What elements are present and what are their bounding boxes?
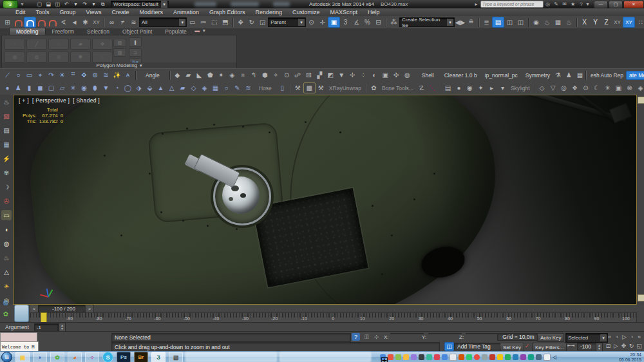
unlink-icon[interactable]: ≠ bbox=[117, 17, 128, 27]
render-teapot-icon[interactable]: ♨ bbox=[1, 97, 12, 107]
checker-icon[interactable]: ▦ bbox=[574, 71, 585, 81]
snap-xy-icon[interactable]: XY bbox=[91, 17, 102, 27]
tray-icon[interactable] bbox=[489, 354, 495, 360]
snap-vertex-icon[interactable] bbox=[47, 17, 58, 27]
menu-customize[interactable]: Customize bbox=[287, 9, 325, 15]
angle-snap-toggle-icon[interactable]: ∡ bbox=[351, 17, 362, 27]
material-cone-icon[interactable]: △ bbox=[1, 267, 12, 277]
window-crossing-icon[interactable]: ⬒ bbox=[220, 17, 231, 27]
z-coordinate-field[interactable] bbox=[466, 333, 499, 334]
photoshop-taskbar-icon[interactable]: Ps bbox=[117, 352, 131, 362]
tray-icon[interactable]: ⊞ bbox=[380, 354, 386, 360]
magic-wand-icon[interactable]: ✨ bbox=[111, 71, 122, 81]
tray-icon[interactable] bbox=[442, 354, 448, 360]
search-input[interactable] bbox=[480, 1, 544, 8]
plane-primitive-icon[interactable]: ▱ bbox=[57, 83, 68, 93]
tab-freeform[interactable]: Freeform bbox=[46, 28, 80, 35]
omni-light-icon[interactable]: ● bbox=[453, 83, 464, 93]
maximize-viewport-icon[interactable]: ◱ bbox=[635, 342, 643, 350]
minimize-button[interactable]: — bbox=[594, 1, 608, 8]
mirror-icon[interactable]: ◀▶ bbox=[455, 17, 466, 27]
menu-views[interactable]: Views bbox=[81, 9, 107, 15]
tray-icon[interactable] bbox=[505, 354, 511, 360]
sphere-primitive-icon[interactable]: ● bbox=[2, 83, 13, 93]
hose-button[interactable]: Hose bbox=[256, 84, 274, 92]
snap-edge-icon[interactable] bbox=[36, 17, 47, 27]
redo-caret-icon[interactable]: ▾ bbox=[90, 1, 98, 8]
add-time-tag-field[interactable]: Add Time Tag bbox=[454, 343, 502, 350]
render-setup-icon[interactable]: ♨ bbox=[542, 17, 553, 27]
lattice-icon[interactable]: ⠛ bbox=[68, 71, 79, 81]
y-coordinate-field[interactable] bbox=[428, 333, 462, 334]
menu-edit[interactable]: Edit bbox=[10, 9, 31, 15]
set-keys-check-icon[interactable]: ✓ bbox=[523, 342, 531, 350]
search-icon[interactable]: ◎ bbox=[544, 1, 552, 8]
material-sphere-icon[interactable]: ◍ bbox=[1, 238, 12, 249]
edge-mode-icon[interactable]: ╱ bbox=[26, 39, 47, 50]
axis-x-button[interactable]: X bbox=[579, 17, 590, 27]
modify-mode-icon[interactable]: ▧ bbox=[113, 39, 126, 47]
star-primitive-icon[interactable]: ✳ bbox=[68, 83, 79, 93]
tray-icon[interactable] bbox=[403, 354, 409, 360]
fish-eye-icon[interactable]: ✾ bbox=[1, 167, 12, 178]
pawn-icon[interactable]: ♟ bbox=[564, 71, 574, 81]
viewport-corner-button[interactable] bbox=[638, 97, 644, 104]
cap-icon[interactable]: ⬢ bbox=[260, 71, 270, 81]
ring-primitive-icon[interactable]: ○ bbox=[221, 83, 232, 93]
optimize-icon[interactable]: ✣ bbox=[391, 71, 402, 81]
viewport-menu-pov[interactable]: [ Perspective ] bbox=[32, 97, 70, 104]
tray-icon[interactable] bbox=[459, 354, 464, 360]
symmetry-button[interactable]: Symmetry bbox=[523, 71, 553, 79]
circle-icon[interactable]: ○ bbox=[13, 71, 24, 81]
macro-recorder-pane[interactable] bbox=[0, 332, 37, 342]
pyramid-primitive-icon[interactable]: ▲ bbox=[155, 83, 166, 93]
bridge-icon[interactable]: ◈ bbox=[227, 71, 238, 81]
shrink-icon[interactable]: ◎ bbox=[48, 52, 69, 62]
material-slab-icon[interactable]: ▭ bbox=[1, 210, 12, 220]
extrude-icon[interactable]: ▰ bbox=[183, 71, 194, 81]
axis-z-button[interactable]: Z bbox=[601, 17, 612, 27]
key-filters-button[interactable]: Key Filters... bbox=[532, 343, 567, 352]
pen-icon[interactable]: ✎ bbox=[232, 83, 243, 93]
preview-subobj-icon[interactable]: ◍ bbox=[5, 52, 25, 62]
sphere-tool-icon[interactable]: ◍ bbox=[1, 297, 11, 307]
help-icon[interactable]: ? bbox=[577, 1, 585, 8]
selection-lock-icon[interactable]: ⚿ bbox=[363, 333, 371, 341]
arc-icon[interactable]: ↷ bbox=[46, 71, 57, 81]
favorites-star-icon[interactable]: ★ bbox=[569, 1, 577, 8]
bind-spacewarp-icon[interactable]: ≋ bbox=[128, 17, 139, 27]
icq-taskbar-icon[interactable]: ✿ bbox=[50, 352, 64, 362]
geosphere-primitive-icon[interactable]: ◉ bbox=[79, 83, 90, 93]
snap-3d-icon[interactable]: 3 bbox=[340, 17, 351, 27]
time-tag-icon[interactable]: ◫ bbox=[444, 342, 454, 351]
shell-button[interactable]: Shell bbox=[419, 71, 437, 79]
snaps-toggle-icon[interactable] bbox=[24, 17, 36, 28]
bone-create-icon[interactable]: ✿ bbox=[368, 83, 379, 93]
camera-icon[interactable]: ▤ bbox=[442, 83, 453, 93]
viewport-corner-button[interactable] bbox=[638, 294, 644, 301]
slice-icon[interactable]: ⊙ bbox=[281, 71, 292, 81]
frame-spinner[interactable]: ▲▼ bbox=[596, 343, 603, 352]
cut-icon[interactable]: ✧ bbox=[270, 71, 281, 81]
rectangular-region-icon[interactable]: ⬚ bbox=[209, 17, 220, 27]
layer-manager-icon[interactable]: ≣ bbox=[481, 17, 492, 27]
mirror-geom-icon[interactable]: ◩ bbox=[325, 71, 336, 81]
undo-icon[interactable]: ↶ bbox=[62, 1, 71, 8]
material-editor-icon[interactable]: ◉ bbox=[531, 17, 542, 27]
select-move-icon[interactable]: ✥ bbox=[235, 17, 246, 27]
select-by-name-icon[interactable]: ≔ bbox=[198, 17, 209, 27]
dots-icon[interactable]: ∷ bbox=[635, 17, 644, 27]
key-mode-toggle-icon[interactable]: ⇤⇥ bbox=[567, 342, 575, 350]
prism-primitive-icon[interactable]: ▰ bbox=[177, 83, 188, 93]
tray-icon[interactable] bbox=[388, 354, 393, 360]
angle-snap2-icon[interactable]: ◄ bbox=[69, 17, 80, 27]
save-file-icon[interactable]: ◫ bbox=[53, 1, 62, 8]
bevel-icon[interactable]: ◣ bbox=[194, 71, 205, 81]
cylinder-primitive-icon[interactable]: ▮ bbox=[24, 83, 35, 93]
menu-group[interactable]: Group bbox=[55, 9, 81, 15]
angle-button[interactable]: Angle bbox=[143, 71, 162, 79]
taskbar-clock[interactable]: 20:34 05.06.2015 bbox=[619, 352, 641, 362]
collapse-stack-icon[interactable]: ⊐ bbox=[129, 48, 142, 57]
tray-icon[interactable] bbox=[497, 354, 503, 360]
tray-icon[interactable] bbox=[520, 354, 526, 360]
